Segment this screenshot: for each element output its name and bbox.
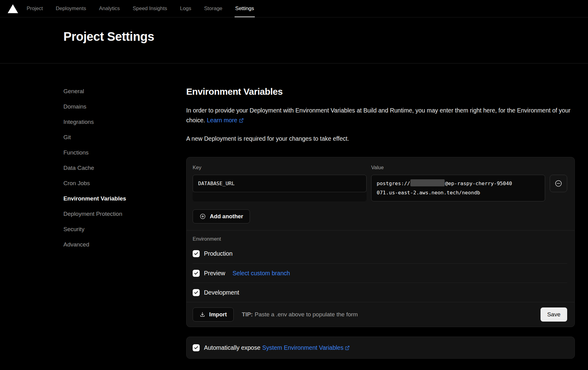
sidebar-item-cron-jobs[interactable]: Cron Jobs [63, 176, 186, 191]
value-line-1: postgres://@ep-raspy-cherry-95040 [377, 179, 540, 188]
key-value-section: Key Value postgres://@ep-raspy-cherry-95… [187, 157, 575, 230]
sidebar-item-integrations[interactable]: Integrations [63, 114, 186, 130]
tip-body: Paste a .env above to populate the form [254, 311, 358, 318]
environment-row-development: Development [193, 283, 567, 302]
nav-tab-speed-insights[interactable]: Speed Insights [133, 0, 167, 17]
checkmark-icon [194, 345, 198, 350]
value-suffix: @ep-raspy-cherry-95040 [445, 181, 512, 186]
value-prefix: postgres:// [377, 181, 410, 186]
import-button[interactable]: Import [193, 307, 234, 322]
nav-tab-logs[interactable]: Logs [180, 0, 191, 17]
add-another-label: Add another [210, 213, 243, 220]
auto-expose-checkbox[interactable] [193, 344, 200, 351]
external-link-icon [345, 345, 350, 350]
project-settings-page: Project Deployments Analytics Speed Insi… [0, 0, 588, 370]
intro-text: In order to provide your Deployment with… [186, 107, 571, 124]
add-another-button[interactable]: Add another [193, 209, 250, 223]
key-value-labels: Key Value [193, 165, 567, 175]
vercel-logo-icon[interactable] [8, 4, 18, 13]
nav-tabs: Project Deployments Analytics Speed Insi… [27, 0, 254, 17]
key-input[interactable] [193, 175, 367, 192]
sidebar-item-functions[interactable]: Functions [63, 145, 186, 160]
production-checkbox[interactable] [193, 250, 200, 257]
preview-label: Preview [204, 270, 225, 277]
checkmark-icon [194, 251, 198, 256]
download-icon [199, 311, 205, 318]
main-content: Environment Variables In order to provid… [186, 63, 575, 359]
sidebar-item-advanced[interactable]: Advanced [63, 237, 186, 252]
tip-prefix: TIP: [242, 311, 253, 318]
page-header: Project Settings [0, 17, 588, 63]
select-custom-branch-link[interactable]: Select custom branch [232, 270, 290, 277]
remove-row-button[interactable] [550, 175, 567, 192]
card-footer: Import TIP:Paste a .env above to populat… [187, 302, 575, 327]
key-label: Key [193, 165, 367, 170]
page-title: Project Settings [63, 30, 588, 44]
production-label: Production [204, 250, 232, 257]
sidebar-item-deployment-protection[interactable]: Deployment Protection [63, 206, 186, 222]
env-var-card: Key Value postgres://@ep-raspy-cherry-95… [186, 157, 575, 327]
plus-circle-icon [199, 213, 206, 220]
redeploy-note: A new Deployment is required for your ch… [186, 135, 575, 142]
nav-tab-project[interactable]: Project [27, 0, 43, 17]
system-env-vars-label: System Environment Variables [262, 344, 343, 351]
key-cell [193, 175, 367, 201]
sidebar-item-data-cache[interactable]: Data Cache [63, 160, 186, 176]
save-button[interactable]: Save [541, 307, 567, 322]
key-input-extension [193, 192, 367, 201]
top-navigation: Project Deployments Analytics Speed Insi… [0, 0, 588, 17]
section-heading: Environment Variables [186, 86, 575, 97]
sidebar-item-general[interactable]: General [63, 84, 186, 99]
nav-tab-settings[interactable]: Settings [235, 0, 254, 17]
auto-expose-text: Automatically expose [204, 344, 260, 351]
value-line-2: 071.us-east-2.aws.neon.tech/neondb [377, 188, 540, 197]
redacted-secret [410, 179, 445, 186]
learn-more-label: Learn more [207, 117, 237, 124]
settings-body: General Domains Integrations Git Functio… [0, 63, 588, 359]
development-checkbox[interactable] [193, 289, 200, 296]
checkmark-icon [194, 271, 198, 276]
auto-expose-card: Automatically expose System Environment … [186, 337, 575, 359]
settings-sidebar: General Domains Integrations Git Functio… [63, 63, 186, 359]
preview-checkbox[interactable] [193, 270, 200, 277]
nav-tab-storage[interactable]: Storage [204, 0, 223, 17]
nav-tab-analytics[interactable]: Analytics [99, 0, 120, 17]
value-input[interactable]: postgres://@ep-raspy-cherry-95040 071.us… [371, 175, 545, 201]
sidebar-item-environment-variables[interactable]: Environment Variables [63, 191, 186, 206]
external-link-icon [239, 118, 244, 123]
sidebar-item-domains[interactable]: Domains [63, 99, 186, 114]
key-value-inputs: postgres://@ep-raspy-cherry-95040 071.us… [193, 175, 567, 201]
environment-section: Environment Production Previ [187, 230, 575, 302]
sidebar-item-git[interactable]: Git [63, 130, 186, 145]
learn-more-link[interactable]: Learn more [207, 117, 244, 124]
section-description: In order to provide your Deployment with… [186, 105, 575, 125]
environment-row-preview: Preview Select custom branch [193, 263, 567, 283]
value-label: Value [371, 165, 545, 170]
tip-text: TIP:Paste a .env above to populate the f… [242, 311, 358, 318]
environment-rows: Production Preview Select custom branch [193, 244, 567, 302]
environment-label: Environment [193, 236, 567, 242]
nav-tab-deployments[interactable]: Deployments [56, 0, 86, 17]
minus-circle-icon [554, 179, 563, 188]
sidebar-item-security[interactable]: Security [63, 222, 186, 237]
development-label: Development [204, 289, 239, 296]
environment-row-production: Production [193, 244, 567, 263]
checkmark-icon [194, 290, 198, 295]
import-label: Import [209, 311, 227, 318]
system-env-vars-link[interactable]: System Environment Variables [262, 344, 350, 351]
